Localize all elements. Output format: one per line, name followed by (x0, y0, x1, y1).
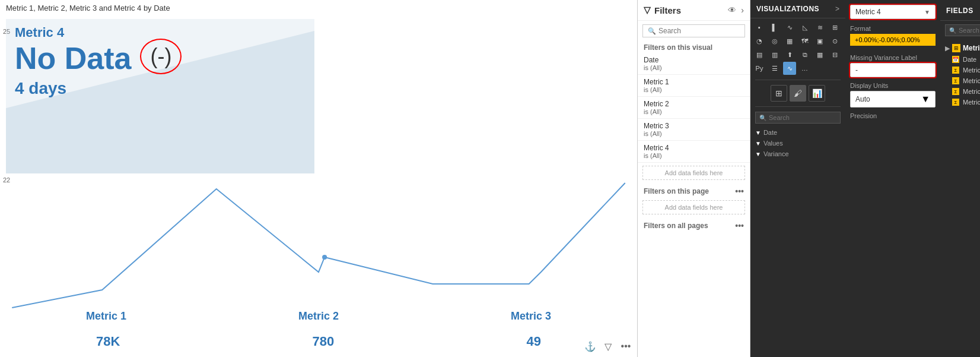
viz-icon-card[interactable]: ▤ (753, 48, 766, 61)
filters-expand-icon[interactable]: › (741, 5, 744, 15)
viz-bottom-icons: ⊞ 🖌 📊 (750, 83, 845, 104)
field-metric3[interactable]: Σ Metric 3 (945, 86, 980, 97)
viz-panel: VISUALIZATIONS > ▪ ▌ ∿ ◺ ≋ ⊞ ◔ ◎ ▦ 🗺 ▣ ⊙… (750, 0, 845, 357)
field-metric4[interactable]: Σ Metric 4 (945, 97, 980, 108)
value-label-1: 78K (96, 334, 120, 349)
field-metric2[interactable]: Σ Metric 2 (945, 75, 980, 86)
display-units-dropdown[interactable]: Auto ▼ (850, 91, 936, 108)
anchor-icon[interactable]: ⚓ (584, 340, 597, 353)
field-metric3-icon: Σ (952, 88, 959, 95)
line-chart (0, 141, 637, 320)
search-icon: 🔍 (648, 27, 656, 35)
viz-analytics-icon[interactable]: 📊 (809, 85, 825, 102)
viz-icon-python[interactable]: Py (753, 62, 766, 75)
viz-icon-more[interactable]: … (798, 62, 812, 75)
filter-date[interactable]: Date is (All) (638, 53, 750, 75)
filters-scroll: Filters on this visual Date is (All) Met… (638, 41, 750, 357)
viz-icon-matrix[interactable]: ⊟ (829, 48, 842, 61)
fields-panel: FIELDS 🔍 ▶ ⊞ Metrics 📅 Date Σ Metric 1 Σ… (940, 0, 980, 357)
viz-icon-scatter[interactable]: ⊞ (829, 21, 842, 34)
fields-table-name: Metrics (963, 44, 980, 52)
viz-icon-ribbon[interactable]: ≋ (813, 21, 826, 34)
viz-icon-table[interactable]: ▦ (813, 48, 826, 61)
fields-title: FIELDS (946, 7, 973, 15)
filters-actions: 👁 › (728, 5, 744, 15)
filters-page-more-icon[interactable]: ••• (735, 187, 744, 196)
viz-icon-donut[interactable]: ◎ (768, 34, 781, 48)
filters-search-box[interactable]: 🔍 (642, 24, 745, 37)
precision-label: Precision (850, 112, 936, 119)
viz-icon-treemap[interactable]: ▦ (783, 34, 796, 48)
filters-all-more-icon[interactable]: ••• (735, 221, 744, 230)
viz-icon-grid: ▪ ▌ ∿ ◺ ≋ ⊞ ◔ ◎ ▦ 🗺 ▣ ⊙ ▤ ▥ ⬆ ⧉ ▦ ⊟ Py ☰… (750, 18, 845, 77)
table-icon: ⊞ (952, 44, 960, 52)
filter-metric3-value: is (All) (644, 130, 744, 137)
filter-metric2[interactable]: Metric 2 is (All) (638, 97, 750, 119)
viz-icon-area[interactable]: ◺ (798, 21, 812, 34)
filter-metric1[interactable]: Metric 1 is (All) (638, 75, 750, 97)
field-date[interactable]: 📅 Date (945, 54, 980, 65)
filter-metric3[interactable]: Metric 3 is (All) (638, 119, 750, 141)
metric-label-1: Metric 1 (86, 310, 126, 323)
more-icon[interactable]: ••• (619, 340, 632, 353)
filter-metric2-value: is (All) (644, 108, 744, 115)
filter-metric1-value: is (All) (644, 86, 744, 93)
viz-icon-bar[interactable]: ▌ (768, 21, 781, 34)
field-metric1[interactable]: Σ Metric 1 (945, 65, 980, 75)
filters-panel: ▽ Filters 👁 › 🔍 Filters on this visual D… (638, 0, 750, 357)
viz-divider (755, 80, 841, 80)
viz-icon-filled-map[interactable]: ▣ (813, 34, 826, 48)
field-metric4-label: Metric 4 (963, 99, 980, 106)
format-input[interactable]: +0.00%;-0.00%;0.00% (850, 34, 936, 46)
filters-eye-icon[interactable]: 👁 (728, 5, 736, 15)
viz-icon-custom[interactable]: ☰ (768, 62, 781, 75)
viz-icon-stacked-bar[interactable]: ▪ (753, 21, 766, 34)
viz-icon-line[interactable]: ∿ (783, 21, 796, 34)
missing-variance-input[interactable]: - (850, 63, 936, 77)
value-labels: 78K 780 49 (0, 334, 637, 349)
viz-icon-map[interactable]: 🗺 (798, 34, 812, 48)
display-units-arrow: ▼ (921, 94, 930, 105)
viz-build-section: 🔍 ▼ Date ▼ Values ▼ Variance (750, 109, 845, 357)
viz-icon-line-selected[interactable]: ∿ (783, 62, 796, 75)
fields-table-section: ▶ ⊞ Metrics 📅 Date Σ Metric 1 Σ Metric 2… (940, 40, 980, 357)
viz-icon-slicer[interactable]: ⧉ (798, 48, 812, 61)
filters-on-all-label: Filters on all pages ••• (638, 217, 750, 232)
filter-icon[interactable]: ▽ (602, 340, 615, 353)
viz-search-input[interactable] (769, 114, 836, 121)
display-units-label: Display Units (850, 82, 936, 89)
viz-icon-multirow[interactable]: ▥ (768, 48, 781, 61)
viz-build-search[interactable]: 🔍 (755, 112, 841, 124)
viz-search-icon: 🔍 (759, 115, 766, 121)
add-data-page[interactable]: Add data fields here (642, 200, 745, 214)
field-metric3-label: Metric 3 (963, 88, 980, 95)
fields-search-box[interactable]: 🔍 (945, 24, 980, 36)
fields-search-input[interactable] (959, 27, 980, 34)
value-label-2: 780 (313, 334, 335, 349)
viz-section-date[interactable]: ▼ Date (755, 127, 841, 138)
viz-fields-icon[interactable]: ⊞ (771, 85, 787, 102)
filters-search-input[interactable] (658, 27, 740, 35)
variance-section: Metric 4 ▼ (845, 0, 940, 23)
filters-on-visual-label: Filters on this visual (638, 41, 750, 53)
viz-section-variance[interactable]: ▼ Variance (755, 149, 841, 159)
viz-expand-arrow[interactable]: > (835, 5, 839, 13)
field-date-label: Date (963, 56, 976, 63)
date-collapse-arrow: ▼ (755, 129, 761, 136)
values-collapse-arrow: ▼ (755, 140, 761, 147)
viz-icon-blank2 (829, 62, 842, 75)
filter-metric4[interactable]: Metric 4 is (All) (638, 141, 750, 163)
viz-section-values[interactable]: ▼ Values (755, 138, 841, 149)
viz-header: VISUALIZATIONS > (750, 0, 845, 18)
fields-table-header[interactable]: ▶ ⊞ Metrics (945, 42, 980, 54)
variance-collapse-arrow: ▼ (755, 151, 761, 157)
metric-label-3: Metric 3 (511, 310, 551, 323)
viz-icon-kpi[interactable]: ⬆ (783, 48, 796, 61)
viz-icon-gauge[interactable]: ⊙ (829, 34, 842, 48)
svg-point-1 (322, 255, 327, 260)
filters-title: ▽ Filters (644, 5, 681, 15)
viz-icon-pie[interactable]: ◔ (753, 34, 766, 48)
viz-format-icon[interactable]: 🖌 (790, 85, 806, 102)
add-data-visual[interactable]: Add data fields here (642, 166, 745, 180)
variance-dropdown[interactable]: Metric 4 ▼ (850, 5, 936, 19)
